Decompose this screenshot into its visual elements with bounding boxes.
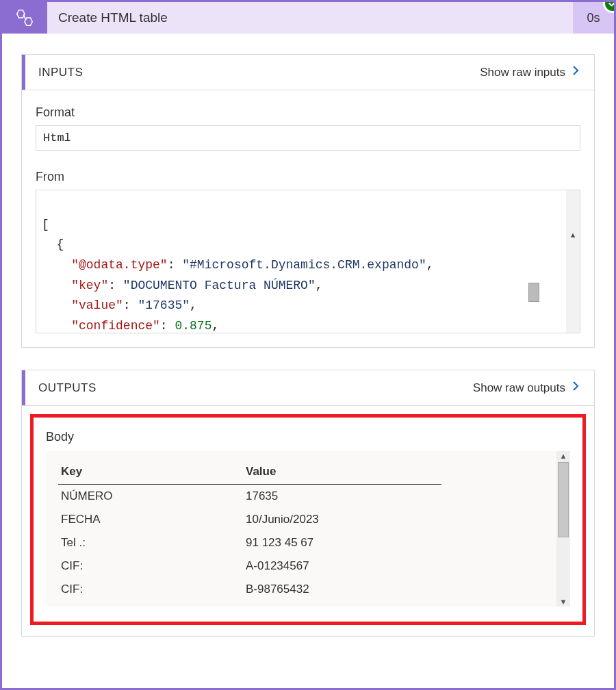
show-raw-inputs-label: Show raw inputs [480, 66, 565, 79]
cell-value: 10/Junio/2023 [243, 508, 441, 531]
highlighted-output: Body Key Value NÚMERO17635FECHA10/Junio/… [30, 414, 586, 625]
table-row: FECHA10/Junio/2023 [58, 508, 441, 531]
inputs-card-header: INPUTS Show raw inputs [22, 55, 594, 90]
code-line: "value": "17635", [42, 298, 197, 312]
code-scrollbar[interactable]: ▲ ▼ [566, 190, 580, 333]
cell-value: 17635 [243, 485, 441, 509]
checkmark-icon [607, 0, 616, 9]
action-header: Create HTML table 0s [2, 2, 614, 34]
cell-key: FECHA [58, 508, 243, 531]
scroll-down-icon[interactable]: ▼ [556, 597, 570, 606]
table-row: Tel .:91 123 45 67 [58, 531, 441, 554]
cell-key: CIF: [58, 578, 243, 601]
scroll-up-icon[interactable]: ▲ [558, 451, 569, 461]
format-label: Format [36, 105, 580, 120]
output-scrollbar[interactable]: ▲ ▼ [556, 451, 570, 606]
table-row: CIF:B-98765432 [58, 578, 441, 601]
show-raw-inputs-link[interactable]: Show raw inputs [480, 64, 582, 80]
code-line: "confidence": 0.875, [42, 319, 219, 333]
show-raw-outputs-link[interactable]: Show raw outputs [473, 380, 582, 396]
table-row: CIF:A-01234567 [58, 554, 441, 578]
scroll-thumb[interactable] [558, 462, 569, 537]
body-label: Body [46, 430, 570, 444]
output-body-pane: Key Value NÚMERO17635FECHA10/Junio/2023T… [46, 451, 570, 606]
outputs-card: OUTPUTS Show raw outputs Body Key Value [21, 370, 595, 637]
outputs-card-header: OUTPUTS Show raw outputs [22, 370, 594, 406]
format-value: Html [36, 125, 580, 151]
inputs-title: INPUTS [34, 66, 480, 79]
code-line: [ [42, 218, 49, 231]
col-value: Value [243, 459, 441, 485]
output-table: Key Value NÚMERO17635FECHA10/Junio/2023T… [58, 459, 441, 601]
table-row: NÚMERO17635 [58, 485, 441, 509]
outputs-title: OUTPUTS [34, 381, 473, 395]
cell-value: A-01234567 [243, 554, 441, 578]
show-raw-outputs-label: Show raw outputs [473, 381, 565, 395]
scroll-up-icon[interactable]: ▲ [528, 231, 580, 240]
code-line: "key": "DOCUMENTO Factura NÚMERO", [42, 279, 323, 292]
cell-value: B-98765432 [243, 578, 441, 601]
from-label: From [36, 170, 580, 184]
cell-value: 91 123 45 67 [243, 531, 441, 554]
inputs-card: INPUTS Show raw inputs Format Html From … [21, 54, 595, 348]
chevron-right-icon [569, 64, 582, 80]
code-line: { [42, 238, 64, 251]
col-key: Key [58, 459, 243, 485]
action-title: Create HTML table [47, 2, 573, 34]
cell-key: Tel .: [58, 531, 243, 554]
from-json-box: [ { "@odata.type": "#Microsoft.Dynamics.… [36, 190, 580, 333]
chevron-right-icon [569, 380, 582, 396]
data-operation-icon [14, 8, 35, 28]
scroll-thumb[interactable] [528, 283, 539, 302]
action-icon-box [2, 2, 47, 34]
cell-key: CIF: [58, 554, 243, 578]
code-line: "@odata.type": "#Microsoft.Dynamics.CRM.… [42, 258, 434, 272]
cell-key: NÚMERO [58, 485, 243, 509]
